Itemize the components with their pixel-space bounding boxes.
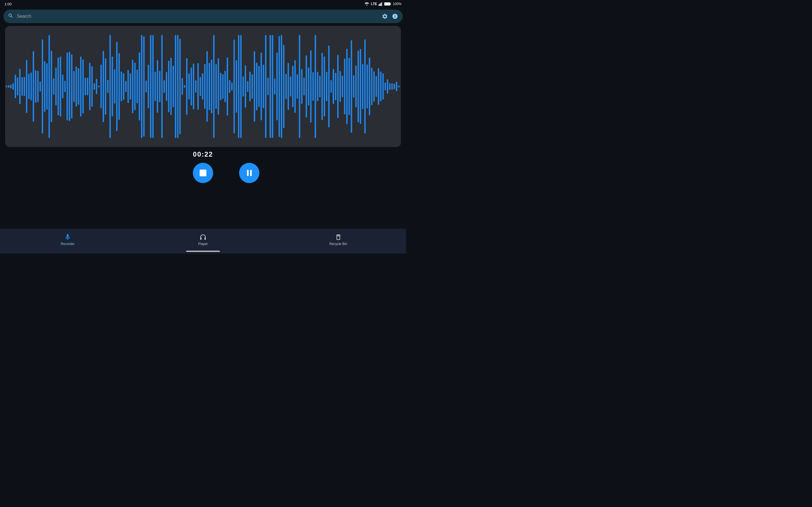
battery-percent: 100%	[393, 2, 402, 6]
svg-rect-130	[283, 45, 285, 128]
svg-rect-87	[186, 58, 188, 115]
svg-rect-77	[163, 80, 165, 93]
svg-rect-115	[249, 71, 251, 101]
svg-rect-35	[69, 52, 70, 121]
svg-rect-72	[152, 35, 154, 138]
svg-rect-123	[267, 78, 269, 96]
svg-rect-26	[49, 35, 50, 138]
svg-rect-153	[335, 73, 336, 100]
nav-player-label: Player	[198, 242, 208, 246]
svg-rect-91	[195, 80, 197, 93]
svg-rect-124	[269, 35, 271, 138]
svg-rect-20	[35, 70, 36, 103]
svg-rect-42	[85, 78, 86, 96]
pause-button[interactable]	[239, 163, 259, 183]
svg-rect-78	[166, 72, 167, 101]
svg-rect-104	[224, 71, 226, 102]
svg-rect-68	[143, 36, 145, 136]
waveform-container	[5, 26, 401, 147]
search-bar[interactable]: Search	[3, 10, 403, 23]
svg-rect-112	[243, 76, 244, 97]
svg-rect-94	[202, 73, 203, 100]
svg-rect-57	[118, 53, 120, 120]
svg-rect-121	[263, 65, 264, 108]
svg-rect-154	[337, 55, 339, 118]
svg-rect-144	[315, 35, 316, 138]
svg-rect-47	[96, 79, 97, 94]
svg-rect-174	[382, 73, 384, 100]
svg-rect-142	[310, 50, 312, 122]
svg-rect-60	[125, 81, 126, 92]
svg-rect-171	[375, 76, 377, 97]
bottom-indicator	[186, 251, 220, 252]
svg-rect-151	[331, 80, 332, 93]
svg-rect-169	[371, 68, 372, 105]
svg-rect-40	[80, 56, 82, 116]
battery-icon	[384, 2, 391, 6]
svg-rect-166	[364, 40, 366, 133]
svg-rect-106	[229, 80, 231, 93]
svg-rect-2	[380, 3, 380, 6]
svg-rect-17	[28, 74, 30, 99]
svg-rect-48	[98, 86, 100, 87]
nav-recycle-bin-label: Recycle Bin	[329, 242, 347, 246]
svg-rect-24	[44, 61, 45, 112]
nav-item-player[interactable]: Player	[189, 233, 217, 246]
svg-rect-126	[274, 78, 275, 95]
svg-rect-150	[328, 45, 329, 127]
svg-rect-53	[109, 35, 111, 138]
headphones-icon	[199, 233, 207, 241]
svg-rect-18	[31, 73, 32, 101]
svg-rect-8	[8, 85, 9, 88]
svg-rect-6	[391, 3, 391, 5]
svg-rect-25	[46, 63, 48, 110]
svg-rect-146	[319, 76, 320, 98]
svg-rect-45	[91, 66, 93, 107]
svg-rect-170	[373, 71, 375, 102]
svg-rect-92	[197, 63, 199, 110]
svg-rect-79	[168, 61, 169, 112]
svg-rect-33	[64, 81, 66, 93]
svg-rect-64	[134, 63, 136, 110]
recycle-bin-icon	[335, 233, 342, 241]
svg-rect-74	[157, 60, 158, 113]
stop-button[interactable]	[193, 163, 213, 183]
svg-rect-55	[114, 69, 115, 103]
svg-rect-81	[172, 66, 174, 107]
svg-rect-152	[333, 69, 334, 104]
svg-rect-102	[220, 73, 221, 100]
svg-rect-103	[222, 74, 223, 99]
svg-rect-116	[252, 74, 253, 99]
svg-rect-181	[398, 86, 400, 87]
svg-rect-157	[344, 59, 345, 114]
svg-rect-46	[94, 83, 95, 90]
svg-rect-176	[387, 79, 388, 94]
svg-rect-119	[258, 66, 260, 107]
svg-point-0	[366, 5, 367, 6]
svg-rect-12	[17, 77, 18, 96]
svg-rect-179	[394, 83, 395, 89]
nav-item-recorder[interactable]: Recorder	[54, 233, 82, 246]
svg-rect-117	[254, 51, 255, 122]
svg-rect-66	[139, 52, 140, 121]
svg-rect-139	[303, 77, 305, 96]
svg-rect-129	[281, 35, 282, 138]
lte-label: LTE	[371, 2, 377, 6]
svg-rect-50	[103, 51, 104, 122]
svg-rect-43	[87, 78, 88, 95]
svg-rect-61	[128, 70, 129, 103]
svg-rect-98	[211, 60, 212, 113]
svg-rect-80	[170, 58, 172, 115]
svg-rect-73	[154, 72, 156, 101]
status-bar: 1:00 LTE 100%	[0, 0, 406, 8]
nav-item-recycle-bin[interactable]: Recycle Bin	[324, 233, 352, 246]
signal-icon	[378, 2, 383, 6]
svg-rect-9	[10, 84, 11, 89]
info-icon[interactable]	[392, 13, 398, 19]
settings-icon[interactable]	[382, 13, 388, 19]
svg-rect-127	[276, 53, 278, 121]
microphone-icon	[64, 233, 71, 241]
svg-rect-168	[369, 58, 370, 115]
svg-rect-122	[265, 35, 266, 138]
svg-rect-114	[247, 81, 248, 92]
